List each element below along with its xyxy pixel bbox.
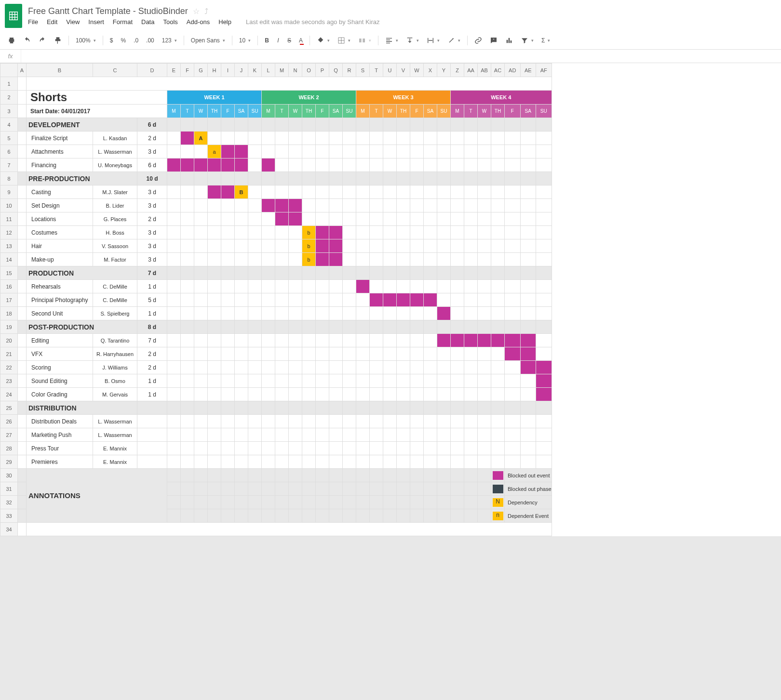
gantt-cell[interactable] (397, 293, 410, 307)
col-header-G[interactable]: G (194, 64, 208, 77)
gantt-cell[interactable] (383, 145, 397, 158)
gantt-cell[interactable] (491, 253, 505, 266)
gantt-cell[interactable] (343, 172, 356, 185)
gantt-cell[interactable] (167, 388, 181, 401)
task-label[interactable]: Make-up (27, 253, 93, 266)
task-assignee[interactable]: J. Williams (93, 361, 137, 374)
row-header-31[interactable]: 31 (0, 482, 18, 496)
gantt-cell[interactable] (316, 442, 329, 455)
gantt-cell[interactable] (536, 239, 552, 253)
gantt-cell[interactable] (248, 226, 262, 239)
gantt-cell[interactable] (491, 455, 505, 469)
gantt-cell[interactable] (451, 212, 464, 226)
gantt-cell[interactable] (316, 455, 329, 469)
section-label[interactable]: POST-PRODUCTION (27, 320, 137, 334)
gantt-cell[interactable] (181, 482, 194, 496)
gantt-cell[interactable] (356, 469, 370, 482)
task-assignee[interactable]: L. Wasserman (93, 428, 137, 442)
gantt-cell[interactable] (451, 482, 464, 496)
gantt-cell[interactable] (329, 172, 343, 185)
gantt-cell[interactable] (437, 307, 451, 320)
gantt-cell[interactable] (464, 132, 478, 145)
merge-button[interactable] (355, 35, 374, 46)
day-header[interactable]: M (451, 105, 464, 118)
gantt-cell[interactable] (275, 401, 289, 415)
gantt-cell[interactable] (343, 442, 356, 455)
gantt-cell[interactable] (208, 334, 221, 347)
gantt-cell[interactable] (356, 482, 370, 496)
gantt-cell[interactable] (343, 496, 356, 509)
gantt-cell[interactable] (181, 212, 194, 226)
gantt-cell[interactable] (289, 374, 302, 388)
gantt-cell[interactable] (302, 334, 316, 347)
gantt-cell[interactable] (275, 347, 289, 361)
menu-insert[interactable]: Insert (88, 18, 104, 26)
gantt-cell[interactable] (343, 145, 356, 158)
gantt-cell[interactable] (329, 442, 343, 455)
gantt-cell[interactable] (520, 158, 536, 172)
task-assignee[interactable]: U. Moneybags (93, 158, 137, 172)
gantt-cell[interactable] (167, 253, 181, 266)
gantt-cell[interactable] (410, 280, 424, 293)
gantt-cell[interactable] (383, 415, 397, 428)
gantt-cell[interactable] (437, 239, 451, 253)
gantt-cell[interactable] (262, 293, 275, 307)
gantt-cell[interactable] (262, 307, 275, 320)
col-header-M[interactable]: M (275, 64, 289, 77)
col-header-AA[interactable]: AA (464, 64, 478, 77)
gantt-cell[interactable] (167, 482, 181, 496)
gantt-cell[interactable] (451, 415, 464, 428)
more-formats-button[interactable]: 123 (159, 35, 180, 46)
gantt-cell[interactable] (248, 442, 262, 455)
gantt-cell[interactable] (262, 415, 275, 428)
menu-help[interactable]: Help (218, 18, 231, 26)
gantt-cell[interactable] (262, 320, 275, 334)
gantt-cell[interactable] (536, 401, 552, 415)
gantt-cell[interactable] (167, 226, 181, 239)
gantt-cell[interactable] (235, 293, 248, 307)
gantt-cell[interactable] (397, 172, 410, 185)
gantt-cell[interactable] (437, 374, 451, 388)
dec-decimal-button[interactable]: .0 (131, 35, 141, 46)
gantt-cell[interactable] (343, 374, 356, 388)
gantt-cell[interactable] (478, 145, 491, 158)
gantt-cell[interactable] (520, 374, 536, 388)
gantt-cell[interactable] (275, 226, 289, 239)
gantt-cell[interactable] (194, 145, 208, 158)
gantt-cell[interactable] (329, 374, 343, 388)
gantt-cell[interactable] (520, 266, 536, 280)
gantt-cell[interactable] (208, 401, 221, 415)
gantt-cell[interactable] (235, 428, 248, 442)
gantt-cell[interactable] (383, 442, 397, 455)
day-header[interactable]: SA (235, 105, 248, 118)
gantt-cell[interactable] (397, 496, 410, 509)
gantt-cell[interactable] (451, 442, 464, 455)
gantt-cell[interactable] (424, 226, 437, 239)
gantt-cell[interactable] (275, 185, 289, 199)
gantt-cell[interactable] (235, 509, 248, 523)
gantt-cell[interactable] (397, 509, 410, 523)
gantt-cell[interactable] (451, 239, 464, 253)
gantt-cell[interactable] (410, 469, 424, 482)
gantt-cell[interactable] (235, 172, 248, 185)
gantt-cell[interactable] (424, 482, 437, 496)
gantt-cell[interactable] (235, 388, 248, 401)
gantt-cell[interactable] (329, 239, 343, 253)
gantt-cell[interactable] (194, 226, 208, 239)
gantt-cell[interactable] (302, 361, 316, 374)
gantt-cell[interactable] (316, 482, 329, 496)
gantt-cell[interactable] (316, 374, 329, 388)
gantt-cell[interactable] (221, 226, 235, 239)
gantt-cell[interactable] (437, 145, 451, 158)
gantt-cell[interactable] (451, 347, 464, 361)
gantt-cell[interactable] (316, 172, 329, 185)
gantt-cell[interactable] (302, 388, 316, 401)
gantt-cell[interactable] (194, 334, 208, 347)
gantt-cell[interactable] (208, 442, 221, 455)
gantt-cell[interactable] (316, 509, 329, 523)
task-assignee[interactable]: M. Factor (93, 253, 137, 266)
gantt-cell[interactable] (356, 401, 370, 415)
gantt-cell[interactable] (262, 239, 275, 253)
task-duration[interactable]: 3 d (137, 199, 167, 212)
col-header-X[interactable]: X (424, 64, 437, 77)
